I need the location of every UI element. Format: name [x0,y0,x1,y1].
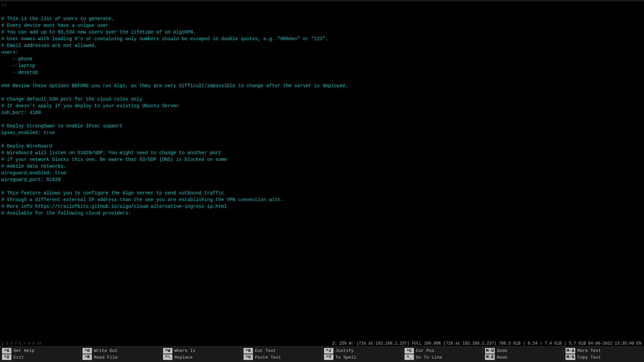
shortcut-key: ^R [83,354,92,360]
shortcut-key: ^J [324,348,333,354]
line-col-indicator: 2 3 4 5 6 7 8 9 10 [1,342,41,346]
shortcut-item[interactable]: ^W^\Where IsReplace [161,347,241,362]
editor-line: -- [0,2,644,9]
editor-line: # This feature allows you to configure t… [0,190,644,196]
shortcut-key: M-U [485,348,495,354]
editor-line: wireguard_port: 51820 [0,176,644,183]
shortcut-label: Undo [497,348,507,354]
shortcut-label: Cut Text [255,348,281,354]
shortcut-labels: Cut TextPaste Text [255,348,281,361]
editor-line: ### Review these options BEFORE you run … [0,82,644,89]
shortcut-labels: Cur PosGo To Line [416,348,442,361]
status-info: 2: 25% W: (71% at 192.168.1.237) FULL 10… [332,341,641,346]
editor-line: # You can add up to 65,534 new users ove… [0,29,644,36]
shortcut-key: ^X [2,354,11,360]
editor-line: # Available for the following cloud prov… [0,210,644,217]
shortcut-key: ^_ [405,354,414,360]
shortcut-label: Justify [335,348,356,354]
shortcut-key: ^T [324,354,333,360]
shortcut-item[interactable]: M-UM-EUndoRedo [483,347,564,362]
shortcut-key: ^G [2,348,11,354]
editor-area[interactable]: --# This is the list of users to generat… [0,1,644,341]
shortcut-label: To Spell [335,355,356,361]
editor-line: - phone [0,56,644,62]
shortcut-item[interactable]: M-AM-6Mark TextCopy Text [564,347,644,362]
shortcut-labels: Write OutRead File [94,348,117,361]
editor-line [0,76,644,82]
editor-line [0,183,644,190]
shortcut-label: Mark Text [577,348,601,354]
editor-line: - laptop [0,62,644,69]
shortcut-item[interactable]: ^J^TJustifyTo Spell [322,347,402,362]
shortcut-labels: Mark TextCopy Text [577,348,601,361]
shortcut-labels: UndoRedo [497,348,507,361]
shortcut-keys: M-AM-6 [566,348,575,360]
shortcut-item[interactable]: ^O^RWrite OutRead File [80,347,161,362]
shortcut-label: Copy Text [577,355,601,361]
editor-line: # mobile data networks. [0,163,644,170]
shortcut-key: ^C [405,348,414,354]
shortcut-label: Go To Line [416,355,442,361]
shortcut-item[interactable]: ^C^_Cur PosGo To Line [402,347,483,362]
shortcut-key: ^K [244,348,253,354]
shortcut-label: Write Out [94,348,117,354]
shortcut-labels: JustifyTo Spell [335,348,356,361]
editor-line [0,136,644,143]
editor-line: # It doesn't apply if you deploy to your… [0,103,644,109]
editor-line: # Deploy WireGuard [0,143,644,149]
editor-line: # User names with leading 0's or contain… [0,36,644,42]
editor-line: wireguard_enabled: true [0,170,644,176]
shortcut-key: ^O [83,348,92,354]
editor-line: # This is the list of users to generate. [0,15,644,22]
editor-line: # More info https://trailofbits.github.i… [0,203,644,210]
editor-line: # through a different external IP addres… [0,196,644,203]
editor-line [0,9,644,15]
shortcut-keys: ^C^_ [405,348,414,360]
shortcut-labels: Where IsReplace [174,348,195,361]
shortcut-label: Replace [174,355,195,361]
shortcut-item[interactable]: ^K^UCut TextPaste Text [241,347,322,362]
shortcut-keys: ^J^T [324,348,333,360]
shortcut-keys: ^O^R [83,348,92,360]
shortcut-key: M-6 [566,354,575,360]
editor-line: # Deploy StrongSwan to enable IPsec supp… [0,123,644,129]
editor-line: - desktop [0,69,644,76]
shortcut-label: Read File [94,355,117,361]
shortcut-label: Redo [497,355,507,361]
shortcuts-bar: ^G^XGet HelpExit^O^RWrite OutRead File^W… [0,346,644,362]
editor-line: users: [0,49,644,56]
editor-line [0,89,644,96]
shortcut-key: ^W [163,348,172,354]
shortcut-keys: ^G^X [2,348,11,360]
shortcut-label: Exit [13,355,34,361]
shortcut-keys: ^W^\ [163,348,172,360]
editor-line: ssh_port: 4160 [0,109,644,116]
shortcut-key: M-A [566,348,575,354]
editor-line: # Every device must have a unique user. [0,22,644,29]
editor-line: # if your network blocks this one. Be aw… [0,156,644,163]
shortcut-label: Where Is [174,348,195,354]
shortcut-key: ^U [244,354,253,360]
shortcut-key: M-E [485,354,495,360]
status-bar: 2 3 4 5 6 7 8 9 102: 25% W: (71% at 192.… [0,341,644,346]
editor-line: ipsec_enabled: true [0,129,644,136]
shortcut-label: Paste Text [255,355,281,361]
shortcut-labels: Get HelpExit [13,348,34,361]
shortcut-keys: M-UM-E [485,348,495,360]
shortcut-label: Get Help [13,348,34,354]
shortcut-item[interactable]: ^G^XGet HelpExit [0,347,80,362]
editor-line [0,116,644,123]
editor-line: # Change default SSH port for the cloud … [0,96,644,103]
editor-line: # Email addresses are not allowed. [0,42,644,49]
shortcut-keys: ^K^U [244,348,253,360]
shortcut-key: ^\ [163,354,172,360]
shortcut-label: Cur Pos [416,348,442,354]
editor-line: # WireGuard will listen on 51820/UDP. Yo… [0,149,644,156]
